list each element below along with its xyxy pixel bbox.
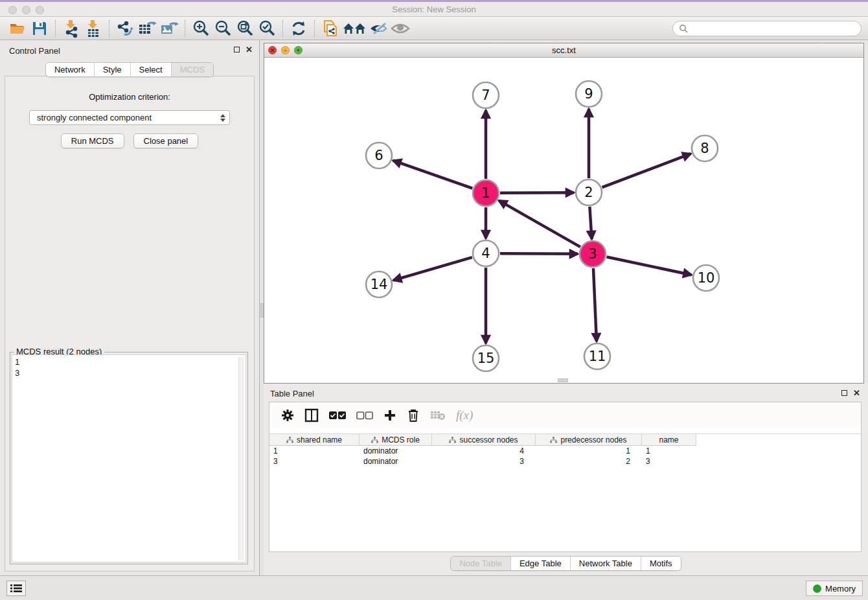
search-input[interactable] <box>691 24 855 33</box>
graph-edge-2-3[interactable] <box>589 207 591 239</box>
graph-node-label-7: 7 <box>481 87 490 103</box>
toolbar-separator <box>185 20 185 37</box>
deselect-all-checkboxes-icon[interactable] <box>356 411 373 420</box>
graph-node-label-6: 6 <box>374 148 383 163</box>
float-table-panel-icon[interactable] <box>841 390 847 396</box>
table-header-row: shared nameMCDS rolesuccessor nodesprede… <box>269 433 861 446</box>
table-cell[interactable]: 1 <box>536 446 642 456</box>
show-panels-button[interactable] <box>6 581 26 596</box>
zoom-fit-button[interactable] <box>234 18 256 39</box>
duplicate-pages-icon <box>321 19 339 38</box>
optimization-criterion-value: strongly connected component <box>37 113 220 122</box>
add-row-icon[interactable] <box>383 409 396 422</box>
table-row[interactable]: 1dominator411 <box>269 446 861 456</box>
table-cell[interactable]: 3 <box>269 456 360 467</box>
duplicate-network-button[interactable] <box>319 18 341 39</box>
result-scrollbar[interactable] <box>238 357 244 560</box>
search-box[interactable] <box>672 21 862 36</box>
memory-button[interactable]: Memory <box>806 581 863 596</box>
run-mcds-button[interactable]: Run MCDS <box>61 133 124 148</box>
tab-node-table[interactable]: Node Table <box>451 557 510 570</box>
select-all-checkboxes-icon[interactable] <box>329 411 346 420</box>
graph-node-label-9: 9 <box>584 86 593 102</box>
graph-node-label-4: 4 <box>481 246 490 261</box>
show-details-button[interactable] <box>389 18 411 39</box>
zoom-out-icon <box>214 19 232 38</box>
zoom-in-icon <box>192 19 210 38</box>
export-table-icon <box>137 19 157 38</box>
table-cell[interactable]: dominator <box>360 456 432 467</box>
zoom-in-button[interactable] <box>190 18 212 39</box>
table-toolbar: f(x) <box>269 402 861 428</box>
network-canvas-svg[interactable]: 7968124314101511 <box>264 58 863 384</box>
tab-edge-table[interactable]: Edge Table <box>510 557 570 570</box>
tab-motifs[interactable]: Motifs <box>641 557 681 570</box>
save-floppy-icon <box>31 20 48 37</box>
optimization-criterion-select[interactable]: strongly connected component <box>29 110 230 125</box>
table-cell[interactable]: 3 <box>432 456 536 467</box>
save-session-button[interactable] <box>29 18 51 39</box>
export-image-icon <box>159 19 179 38</box>
table-row[interactable]: 3dominator323 <box>269 456 861 467</box>
column-header-predecessor-nodes[interactable]: predecessor nodes <box>536 434 642 446</box>
import-network-button[interactable] <box>60 18 82 39</box>
tab-mcds[interactable]: MCDS <box>171 63 213 76</box>
home-layout-button[interactable] <box>341 18 367 39</box>
import-table-icon <box>84 19 102 38</box>
graph-edge-4-14[interactable] <box>393 257 472 280</box>
network-resize-handle[interactable] <box>558 378 568 382</box>
float-panel-icon[interactable] <box>234 47 240 52</box>
graph-edge-3-10[interactable] <box>607 257 692 275</box>
graph-edge-2-8[interactable] <box>602 154 691 187</box>
close-table-panel-icon[interactable]: ✕ <box>853 389 860 397</box>
refresh-view-button[interactable] <box>288 18 310 39</box>
column-header-label: successor nodes <box>459 435 518 444</box>
graph-edge-3-1[interactable] <box>499 200 580 247</box>
houses-icon <box>342 20 367 37</box>
vertical-splitter[interactable] <box>259 40 264 575</box>
mcds-result-text[interactable]: 1 3 <box>12 354 246 562</box>
table-cell[interactable]: dominator <box>360 446 432 456</box>
graph-node-label-14: 14 <box>371 277 388 292</box>
hide-details-button[interactable] <box>367 18 389 39</box>
graph-node-label-11: 11 <box>589 349 606 364</box>
search-icon <box>679 24 688 33</box>
export-table-button[interactable] <box>136 18 158 39</box>
import-table-button[interactable] <box>82 18 104 39</box>
open-session-button[interactable] <box>6 18 29 39</box>
export-image-button[interactable] <box>158 18 180 39</box>
graph-edge-4-3[interactable] <box>500 253 578 254</box>
graph-edge-1-2[interactable] <box>500 192 574 193</box>
table-cell[interactable]: 3 <box>642 456 696 467</box>
tab-network-table[interactable]: Network Table <box>570 557 641 570</box>
zoom-out-button[interactable] <box>212 18 234 39</box>
eye-slash-icon <box>369 21 388 36</box>
graph-edge-1-6[interactable] <box>393 161 473 189</box>
tab-network[interactable]: Network <box>46 63 94 76</box>
settings-gear-icon[interactable] <box>281 409 294 422</box>
column-header-name[interactable]: name <box>642 434 696 446</box>
list-icon <box>10 584 22 593</box>
column-header-shared-name[interactable]: shared name <box>269 434 360 446</box>
table-cell[interactable]: 1 <box>642 446 696 456</box>
graph-node-label-1: 1 <box>481 185 490 201</box>
column-header-successor-nodes[interactable]: successor nodes <box>432 434 536 446</box>
table-cell[interactable]: 4 <box>432 446 536 456</box>
tab-style[interactable]: Style <box>94 63 130 76</box>
optimization-criterion-label: Optimization criterion: <box>5 92 254 102</box>
graph-edge-3-11[interactable] <box>593 268 597 341</box>
table-cell[interactable]: 2 <box>536 456 642 467</box>
column-header-label: MCDS role <box>382 435 420 444</box>
mcds-result-line: 3 <box>15 367 243 378</box>
close-panel-icon[interactable]: ✕ <box>246 46 253 53</box>
zoom-selected-button[interactable] <box>256 18 278 39</box>
tab-select[interactable]: Select <box>130 63 171 76</box>
export-network-button[interactable] <box>114 18 136 39</box>
delete-row-trash-icon[interactable] <box>407 408 420 422</box>
table-cell[interactable]: 1 <box>269 446 360 456</box>
column-layout-icon[interactable] <box>304 408 319 422</box>
column-header-MCDS-role[interactable]: MCDS role <box>360 434 432 446</box>
column-header-label: name <box>659 435 678 444</box>
close-panel-button[interactable]: Close panel <box>133 133 199 148</box>
network-window-titlebar[interactable]: ✕ − + scc.txt <box>264 43 863 58</box>
